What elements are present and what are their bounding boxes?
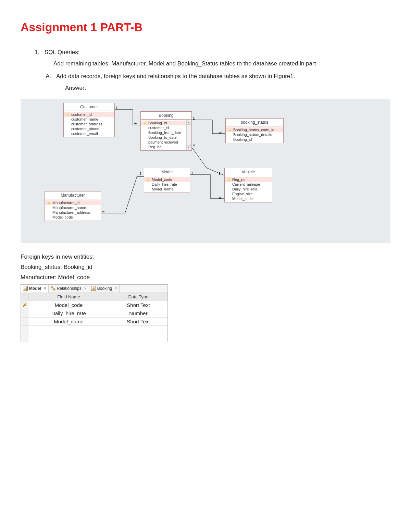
field: Booking_from_date [141, 130, 187, 135]
field: Reg_no [141, 145, 187, 149]
table-row[interactable] [21, 334, 167, 342]
svg-rect-15 [53, 289, 55, 290]
field: Current_mileage [225, 182, 272, 187]
cardinality-many: ∞ [134, 122, 137, 125]
fk-manufacturer: Manufacturer: Model_code [21, 274, 390, 281]
field: payment recieved [141, 140, 187, 145]
q1-sub-a: Add data records, foreign keys and relat… [53, 72, 390, 92]
cardinality-many: ∞ [219, 131, 222, 135]
tab-bar: Model × Relationships × Booking × [21, 285, 167, 293]
field: Manufacturer_address [45, 210, 101, 215]
tab-model[interactable]: Model × [21, 285, 49, 293]
field-booking-status-code-id: Booking_status_code_id [226, 127, 283, 132]
cardinality-many: ∞ [102, 210, 104, 213]
entity-title: Model [144, 168, 190, 176]
cell-data-type: Short Text [109, 301, 167, 309]
table-row[interactable]: Model_name Short Text [21, 318, 167, 326]
svg-line-12 [125, 176, 137, 213]
table-icon [23, 286, 28, 291]
field: Manufacturer_name [45, 205, 101, 210]
cell-data-type: Number [109, 309, 167, 317]
entity-title: Booking [141, 112, 191, 120]
field: Model_name [144, 187, 190, 191]
scroll-down-icon[interactable]: ▾ [187, 145, 191, 150]
key-icon [146, 177, 150, 182]
svg-line-6 [192, 147, 207, 168]
entity-title: Manufacturer [45, 191, 101, 199]
cardinality-one: 1 [193, 116, 195, 120]
field: Daily_hire_rate [225, 187, 272, 191]
access-design-view: Model × Relationships × Booking × Field … [21, 284, 168, 342]
close-icon[interactable]: × [44, 286, 46, 291]
entity-booking-status: booking_status Booking_status_code_id Bo… [225, 118, 284, 143]
key-icon [66, 112, 70, 116]
question-1: SQL Queries: Add remaining tables; Manuf… [41, 48, 390, 92]
table-icon [91, 286, 96, 291]
field: customer_address [64, 122, 114, 126]
cardinality-one: 1 [116, 106, 118, 110]
content: SQL Queries: Add remaining tables; Manuf… [21, 48, 390, 92]
field: Model_code [45, 215, 101, 220]
field-customer-id: customer_id [64, 112, 114, 117]
er-diagram: Customer customer_id customer_name custo… [21, 99, 390, 243]
tab-relationships[interactable]: Relationships × [49, 285, 89, 293]
field: customer_email [64, 131, 114, 136]
q1-intro: Add remaining tables; Manufacturer, Mode… [53, 59, 390, 68]
relationships-icon [51, 286, 55, 291]
field: customer_name [64, 117, 114, 122]
table-row[interactable] [21, 326, 167, 334]
svg-line-7 [207, 168, 224, 175]
field-reg-no: Reg_no [225, 177, 272, 182]
tab-label: Booking [97, 286, 112, 291]
col-field-name: Field Name [28, 293, 109, 301]
tab-booking[interactable]: Booking × [89, 285, 120, 293]
answer-label: Answer: [65, 83, 390, 92]
table-row[interactable]: Model_code Short Text [21, 301, 167, 309]
entity-booking: Booking Booking_id customer_id Booking_f… [140, 111, 192, 151]
svg-line-16 [53, 287, 53, 289]
cell-field-name: Model_name [28, 318, 109, 325]
field: customer_phone [64, 126, 114, 131]
q1-sub-a-text: Add data records, foreign keys and relat… [56, 73, 295, 79]
entity-vehicle: Vehicle Reg_no Current_mileage Daily_hir… [224, 168, 272, 202]
entity-title: Vehicle [225, 168, 272, 176]
cell-field-name: Model_code [28, 301, 109, 309]
field-model-code: Model_code [144, 177, 190, 182]
scroll-up-icon[interactable]: ▴ [187, 120, 191, 125]
cell-field-name: Daily_hire_rate [28, 309, 109, 317]
field: Daily_hire_rate [144, 182, 190, 187]
entity-title: Customer [64, 103, 114, 111]
scrollbar[interactable]: ▴ ▾ [186, 120, 191, 150]
entity-title: booking_status [226, 119, 283, 126]
entity-customer: Customer customer_id customer_name custo… [63, 103, 115, 137]
svg-rect-14 [51, 287, 53, 288]
field: Booking_status_details [226, 132, 283, 137]
grid-header: Field Name Data Type [21, 293, 167, 301]
entity-manufacturer: Manufacturer Manufacturer_id Manufacture… [45, 191, 101, 221]
q1-heading: SQL Queries: [45, 49, 79, 55]
key-icon [47, 201, 51, 205]
table-row[interactable]: Daily_hire_rate Number [21, 309, 167, 318]
field: customer_id [141, 125, 187, 130]
foreign-keys-heading: Foreign keys in new entities: [21, 253, 390, 260]
cardinality-many: ∞ [193, 143, 195, 147]
tab-label: Model [29, 286, 41, 291]
field: Engine_size [225, 191, 272, 196]
col-data-type: Data Type [109, 293, 167, 301]
field: Booking_id [226, 137, 283, 142]
field-manufacturer-id: Manufacturer_id [45, 200, 101, 205]
close-icon[interactable]: × [84, 286, 87, 291]
key-icon [227, 177, 231, 182]
cell-data-type: Short Text [109, 318, 167, 325]
cardinality-many: ∞ [219, 196, 221, 200]
key-icon [143, 121, 147, 125]
cardinality-one: 1 [140, 172, 142, 176]
field: Booking_to_date [141, 135, 187, 140]
cardinality-one: 1 [191, 171, 193, 175]
field: Model_code [225, 196, 272, 201]
key-icon [228, 128, 232, 132]
fk-booking-status: Booking_status: Booking_id [21, 264, 390, 271]
entity-model: Model Model_code Daily_hire_rate Model_n… [144, 168, 190, 193]
close-icon[interactable]: × [115, 286, 117, 291]
cardinality-one: 1 [219, 172, 221, 176]
